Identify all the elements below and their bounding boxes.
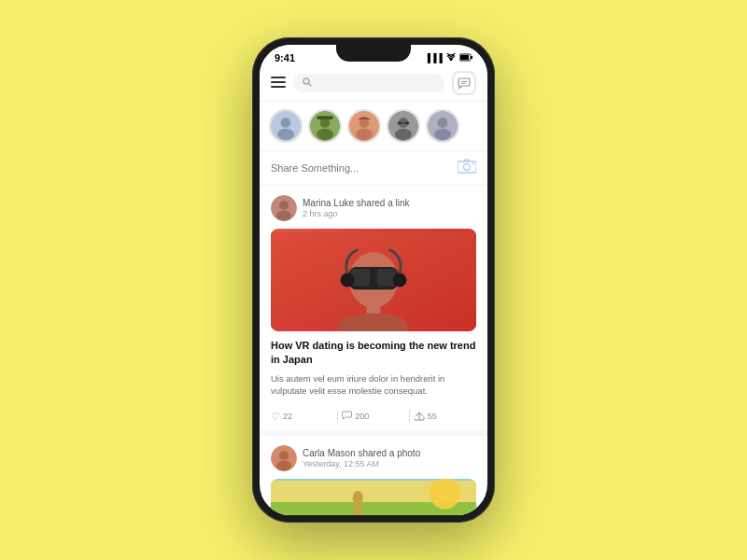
- wifi-icon: [445, 53, 457, 63]
- battery-icon: [459, 53, 472, 63]
- post-author-2: Carla Mason shared a photo: [303, 448, 476, 458]
- divider-2: [409, 410, 410, 423]
- svg-rect-16: [317, 116, 333, 119]
- svg-line-7: [309, 84, 312, 87]
- post-image-2: [271, 479, 476, 515]
- svg-rect-1: [460, 55, 469, 60]
- svg-rect-24: [405, 122, 409, 125]
- svg-point-34: [276, 211, 291, 221]
- post-card-1: Marina Luke shared a link 2 hrs ago: [260, 186, 487, 436]
- svg-point-51: [430, 479, 461, 509]
- camera-icon[interactable]: [458, 159, 476, 177]
- story-avatar-1[interactable]: [269, 109, 303, 143]
- svg-rect-3: [271, 77, 286, 78]
- post-header-2: Carla Mason shared a photo Yesterday, 12…: [271, 445, 476, 471]
- post-card-2: Carla Mason shared a photo Yesterday, 12…: [260, 436, 487, 515]
- notch: [336, 45, 411, 62]
- post-avatar-2[interactable]: [271, 445, 297, 471]
- phone-shell: 9:41 ▐▐▐: [252, 37, 495, 523]
- like-action[interactable]: ♡ 22: [271, 411, 333, 423]
- feed: Marina Luke shared a link 2 hrs ago: [260, 186, 487, 515]
- svg-point-47: [279, 451, 289, 460]
- signal-icon: ▐▐▐: [425, 53, 443, 63]
- svg-point-11: [281, 118, 291, 128]
- search-icon: [303, 77, 312, 89]
- status-time: 9:41: [275, 52, 295, 63]
- svg-rect-4: [271, 81, 286, 83]
- hamburger-menu-icon[interactable]: [271, 76, 286, 91]
- post-title-1: How VR dating is becoming the new trend …: [271, 339, 476, 368]
- post-meta-1: Marina Luke shared a link 2 hrs ago: [303, 198, 476, 218]
- svg-point-30: [464, 164, 471, 171]
- svg-point-33: [279, 201, 289, 210]
- story-avatar-4[interactable]: [387, 109, 420, 143]
- comment-action[interactable]: 200: [342, 411, 404, 422]
- svg-point-43: [341, 273, 355, 287]
- like-icon: ♡: [271, 411, 280, 423]
- header-bar: [260, 67, 487, 102]
- svg-point-12: [277, 129, 294, 140]
- phone-screen: 9:41 ▐▐▐: [260, 45, 487, 515]
- post-action-1: shared a link: [357, 198, 410, 208]
- svg-point-28: [434, 129, 451, 140]
- svg-point-48: [276, 461, 291, 471]
- svg-point-52: [353, 491, 363, 505]
- post-image-1: [271, 229, 476, 331]
- svg-point-22: [395, 129, 412, 140]
- svg-rect-53: [354, 505, 360, 515]
- post-time-1: 2 hrs ago: [303, 209, 476, 218]
- share-box: [260, 151, 487, 186]
- svg-rect-5: [271, 86, 286, 88]
- comment-icon: [342, 411, 352, 422]
- chat-icon[interactable]: [452, 71, 476, 95]
- status-icons: ▐▐▐: [425, 53, 472, 63]
- search-bar[interactable]: [293, 74, 444, 92]
- divider-1: [337, 410, 338, 423]
- status-bar: 9:41 ▐▐▐: [260, 45, 487, 67]
- post-header-1: Marina Luke shared a link 2 hrs ago: [271, 195, 476, 221]
- svg-rect-2: [471, 56, 472, 59]
- share-icon: [414, 411, 425, 423]
- post-body-1: Uis autem vel eum iriure dolor in hendre…: [271, 372, 476, 398]
- share-action[interactable]: 55: [414, 411, 476, 423]
- like-count: 22: [283, 412, 292, 421]
- story-avatar-3[interactable]: [347, 109, 381, 143]
- share-input[interactable]: [271, 162, 458, 174]
- post-time-2: Yesterday, 12:55 AM: [303, 459, 476, 469]
- comment-count: 200: [355, 412, 369, 421]
- story-avatar-5[interactable]: [426, 109, 459, 143]
- svg-point-31: [472, 163, 474, 165]
- share-count: 55: [428, 412, 437, 421]
- stories-row: [260, 102, 487, 151]
- post-meta-2: Carla Mason shared a photo Yesterday, 12…: [303, 448, 476, 469]
- svg-rect-23: [398, 122, 402, 125]
- post-author-1: Marina Luke shared a link: [303, 198, 476, 208]
- post-actions-1: ♡ 22 200: [271, 404, 476, 430]
- svg-point-27: [438, 118, 448, 128]
- svg-point-44: [393, 273, 407, 287]
- svg-point-19: [356, 129, 373, 140]
- post-avatar-1[interactable]: [271, 195, 297, 221]
- post-action-2: shared a photo: [358, 448, 420, 458]
- story-avatar-2[interactable]: [308, 109, 342, 143]
- svg-point-15: [317, 129, 333, 140]
